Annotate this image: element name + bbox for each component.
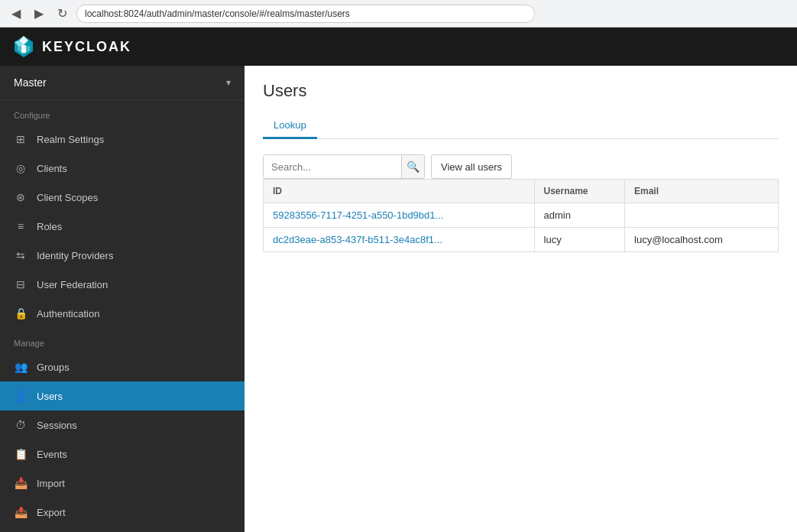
sidebar-item-users[interactable]: 👤 Users xyxy=(0,381,245,410)
realm-name: Master xyxy=(14,76,47,89)
table-header-row: ID Username Email xyxy=(264,180,779,203)
sidebar-label-sessions: Sessions xyxy=(37,420,77,431)
browser-chrome: ◀ ▶ ↻ localhost:8024/auth/admin/master/c… xyxy=(0,0,797,28)
sidebar-item-groups[interactable]: 👥 Groups xyxy=(0,352,245,381)
back-button[interactable]: ◀ xyxy=(8,5,24,22)
sidebar-label-users: Users xyxy=(37,391,63,402)
client-scopes-icon: ⊛ xyxy=(14,190,28,204)
groups-icon: 👥 xyxy=(14,360,28,374)
clients-icon: ◎ xyxy=(14,161,28,175)
sidebar-item-user-federation[interactable]: ⊟ User Federation xyxy=(0,270,245,299)
cell-id: dc2d3eae-a853-437f-b511-3e4ac8f1... xyxy=(264,228,535,252)
sidebar-item-import[interactable]: 📥 Import xyxy=(0,469,245,498)
users-icon: 👤 xyxy=(14,389,28,403)
sidebar-item-clients[interactable]: ◎ Clients xyxy=(0,154,245,183)
user-id-link[interactable]: 59283556-7117-4251-a550-1bd9bd1... xyxy=(273,209,443,221)
search-input[interactable] xyxy=(264,155,401,178)
table-body: 59283556-7117-4251-a550-1bd9bd1... admin… xyxy=(264,203,779,252)
sidebar-item-client-scopes[interactable]: ⊛ Client Scopes xyxy=(0,183,245,212)
url-text: localhost:8024/auth/admin/master/console… xyxy=(85,8,350,19)
users-table: ID Username Email 59283556-7117-4251-a55… xyxy=(263,179,779,252)
address-bar: localhost:8024/auth/admin/master/console… xyxy=(76,5,535,23)
sidebar-item-roles[interactable]: Roles xyxy=(0,212,245,241)
sidebar-label-user-federation: User Federation xyxy=(37,279,108,290)
roles-icon xyxy=(14,219,28,233)
sidebar-item-realm-settings[interactable]: Realm Settings xyxy=(0,125,245,154)
sidebar-item-export[interactable]: 📤 Export xyxy=(0,498,245,527)
export-icon: 📤 xyxy=(14,505,28,519)
svg-rect-5 xyxy=(21,45,26,53)
col-id: ID xyxy=(264,180,535,203)
sidebar-item-authentication[interactable]: 🔒 Authentication xyxy=(0,299,245,328)
view-all-users-button[interactable]: View all users xyxy=(431,154,512,179)
search-button[interactable]: 🔍 xyxy=(401,155,424,178)
cell-username: lucy xyxy=(534,228,625,252)
sidebar-label-clients: Clients xyxy=(37,163,67,174)
content-area: Users Lookup 🔍 View all users ID Usern xyxy=(245,66,797,532)
manage-section-label: Manage xyxy=(0,328,245,352)
configure-section-label: Configure xyxy=(0,100,245,125)
events-icon: 📋 xyxy=(14,447,28,461)
col-username: Username xyxy=(534,180,625,203)
table-row: 59283556-7117-4251-a550-1bd9bd1... admin xyxy=(264,203,779,228)
sidebar-item-events[interactable]: 📋 Events xyxy=(0,440,245,469)
sidebar-label-realm-settings: Realm Settings xyxy=(37,134,104,145)
main-area: Master ▾ Configure Realm Settings ◎ Clie… xyxy=(0,66,797,532)
cell-email: lucy@localhost.com xyxy=(625,228,779,252)
sidebar-label-roles: Roles xyxy=(37,221,62,232)
col-email: Email xyxy=(625,180,779,203)
top-bar: KEYCLOAK xyxy=(0,28,797,66)
logo: KEYCLOAK xyxy=(11,34,131,59)
realm-selector[interactable]: Master ▾ xyxy=(0,66,245,100)
page-title: Users xyxy=(263,81,779,101)
cell-email xyxy=(625,203,779,228)
sidebar-label-import: Import xyxy=(37,478,65,489)
tabs-bar: Lookup xyxy=(263,113,779,139)
keycloak-logo-icon xyxy=(11,34,36,59)
authentication-icon: 🔒 xyxy=(14,307,28,320)
search-input-wrapper: 🔍 xyxy=(263,154,425,179)
sidebar-item-sessions[interactable]: ⏱ Sessions xyxy=(0,410,245,440)
refresh-button[interactable]: ↻ xyxy=(53,5,70,22)
user-federation-icon: ⊟ xyxy=(14,277,28,291)
sidebar-label-export: Export xyxy=(37,507,66,518)
sidebar-label-identity-providers: Identity Providers xyxy=(37,250,113,261)
sidebar-label-client-scopes: Client Scopes xyxy=(37,192,98,203)
logo-text: KEYCLOAK xyxy=(42,39,131,55)
app-container: KEYCLOAK Master ▾ Configure Realm Settin… xyxy=(0,28,797,532)
forward-button[interactable]: ▶ xyxy=(31,5,47,22)
sidebar-label-authentication: Authentication xyxy=(37,308,99,320)
cell-username: admin xyxy=(534,203,625,228)
identity-providers-icon xyxy=(14,248,28,262)
search-row: 🔍 View all users xyxy=(263,154,779,179)
sidebar-item-identity-providers[interactable]: Identity Providers xyxy=(0,241,245,270)
cell-id: 59283556-7117-4251-a550-1bd9bd1... xyxy=(264,203,535,228)
import-icon: 📥 xyxy=(14,476,28,490)
realm-chevron: ▾ xyxy=(226,77,231,88)
search-icon: 🔍 xyxy=(407,161,420,173)
sidebar: Master ▾ Configure Realm Settings ◎ Clie… xyxy=(0,66,245,532)
grid-icon xyxy=(14,132,28,146)
table-header: ID Username Email xyxy=(264,180,779,203)
user-id-link[interactable]: dc2d3eae-a853-437f-b511-3e4ac8f1... xyxy=(273,234,442,245)
sidebar-label-events: Events xyxy=(37,449,67,460)
table-row: dc2d3eae-a853-437f-b511-3e4ac8f1... lucy… xyxy=(264,228,779,252)
sessions-icon: ⏱ xyxy=(14,418,28,432)
sidebar-label-groups: Groups xyxy=(37,362,70,373)
tab-lookup[interactable]: Lookup xyxy=(263,113,317,139)
